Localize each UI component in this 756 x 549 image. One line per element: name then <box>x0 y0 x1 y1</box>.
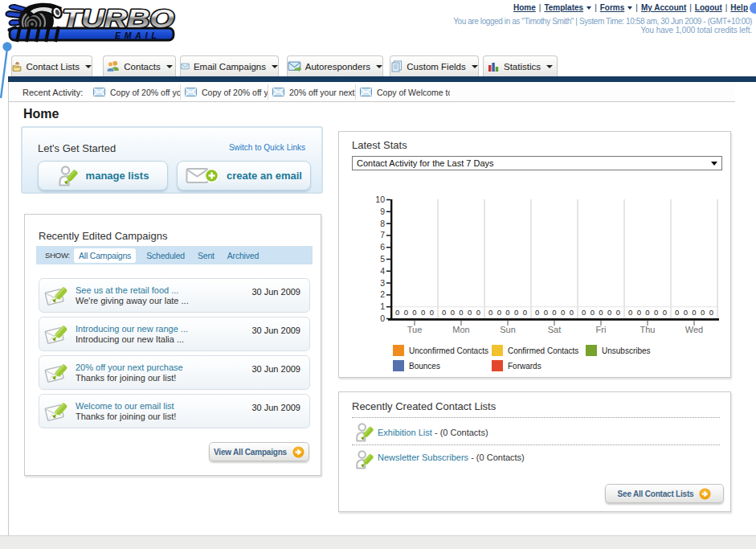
svg-text:Thu: Thu <box>640 325 656 334</box>
svg-text:Wed: Wed <box>685 325 703 334</box>
svg-text:5: 5 <box>380 254 385 264</box>
svg-text:TURBO: TURBO <box>62 4 174 33</box>
svg-text:Tue: Tue <box>407 325 423 334</box>
svg-text:Sat: Sat <box>548 325 562 334</box>
svg-text:0 0 0 0 0: 0 0 0 0 0 <box>628 308 667 317</box>
svg-text:0 0 0 0 0: 0 0 0 0 0 <box>535 308 574 317</box>
svg-text:4: 4 <box>380 266 385 276</box>
svg-text:0 0 0 0 0: 0 0 0 0 0 <box>442 308 480 317</box>
svg-text:0 0 0 0 0: 0 0 0 0 0 <box>488 308 527 317</box>
svg-text:1: 1 <box>380 301 385 311</box>
svg-text:9: 9 <box>380 207 385 216</box>
svg-text:0 0 0 0 0: 0 0 0 0 0 <box>582 308 620 317</box>
svg-text:2: 2 <box>380 289 385 299</box>
svg-text:Mon: Mon <box>452 325 469 334</box>
svg-text:0 0 0 0 0: 0 0 0 0 0 <box>395 308 434 317</box>
svg-text:0: 0 <box>380 313 385 323</box>
svg-text:6: 6 <box>380 242 385 252</box>
svg-text:Sun: Sun <box>500 325 516 334</box>
svg-text:8: 8 <box>380 219 385 228</box>
svg-text:3: 3 <box>380 278 385 288</box>
svg-text:Fri: Fri <box>596 325 607 334</box>
svg-text:7: 7 <box>380 230 385 240</box>
svg-text:10: 10 <box>375 195 385 204</box>
svg-text:0 0 0 0 0: 0 0 0 0 0 <box>675 308 713 317</box>
